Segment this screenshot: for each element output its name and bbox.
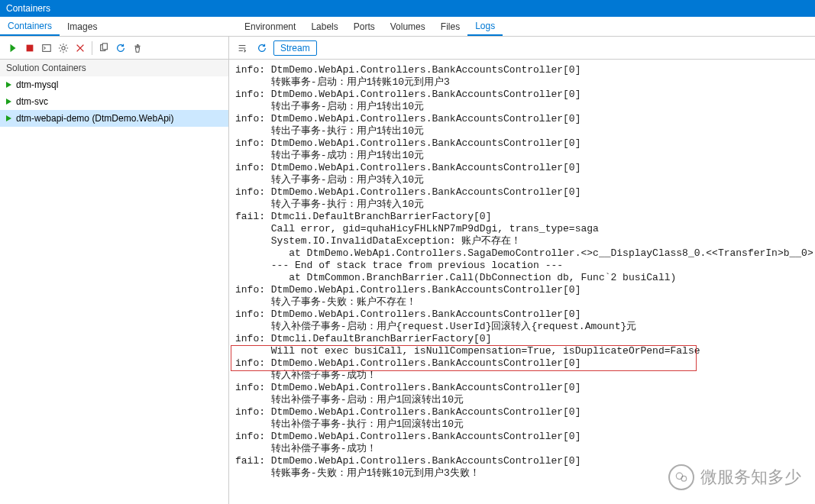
svg-rect-1 (27, 44, 34, 51)
tab-files[interactable]: Files (433, 17, 467, 36)
tab-ports[interactable]: Ports (346, 17, 383, 36)
stop-icon[interactable] (21, 40, 38, 57)
logs-toolbar: Stream (229, 37, 815, 60)
svg-point-3 (62, 46, 65, 49)
tab-volumes[interactable]: Volumes (383, 17, 433, 36)
separator (92, 41, 92, 55)
running-icon (6, 99, 11, 105)
window-title: Containers (6, 3, 50, 14)
container-item-dtm-mysql[interactable]: dtm-mysql (0, 76, 228, 93)
tab-label: Files (441, 21, 460, 32)
tabs-row: Containers Images Environment Labels Por… (0, 17, 815, 37)
stream-button[interactable]: Stream (273, 40, 317, 56)
container-list: dtm-mysql dtm-svc dtm-webapi-demo (DtmDe… (0, 76, 228, 504)
container-item-dtm-webapi-demo[interactable]: dtm-webapi-demo (DtmDemo.WebApi) (0, 110, 228, 127)
svg-marker-0 (11, 44, 16, 52)
containers-toolbar (0, 37, 228, 60)
tab-label: Environment (244, 21, 296, 32)
refresh-icon[interactable] (112, 40, 129, 57)
delete-icon[interactable] (72, 40, 89, 57)
wrap-icon[interactable] (234, 40, 251, 57)
tab-logs[interactable]: Logs (467, 17, 503, 36)
right-pane: Stream info: DtmDemo.WebApi.Controllers.… (229, 37, 815, 504)
tab-environment[interactable]: Environment (237, 17, 303, 36)
tab-containers[interactable]: Containers (0, 17, 60, 36)
svg-rect-5 (102, 43, 107, 49)
window-titlebar: Containers (0, 0, 815, 17)
running-icon (6, 115, 11, 121)
tab-label: Containers (8, 21, 52, 31)
log-output[interactable]: info: DtmDemo.WebApi.Controllers.BankAcc… (229, 60, 815, 504)
left-pane: Solution Containers dtm-mysql dtm-svc dt… (0, 37, 229, 504)
tab-label: Volumes (390, 21, 425, 32)
container-label: dtm-webapi-demo (DtmDemo.WebApi) (16, 113, 174, 124)
container-label: dtm-svc (16, 96, 48, 107)
tab-label: Logs (475, 21, 495, 31)
svg-rect-2 (43, 44, 51, 51)
settings-icon[interactable] (55, 40, 72, 57)
tab-label: Images (67, 21, 97, 32)
container-item-dtm-svc[interactable]: dtm-svc (0, 93, 228, 110)
refresh-logs-icon[interactable] (254, 40, 270, 57)
play-icon[interactable] (5, 40, 21, 57)
copy-icon[interactable] (95, 40, 112, 57)
tab-images[interactable]: Images (60, 17, 105, 36)
tab-label: Ports (354, 21, 375, 32)
tab-label: Labels (311, 21, 338, 32)
running-icon (6, 82, 11, 88)
prune-icon[interactable] (129, 40, 146, 57)
section-header: Solution Containers (0, 60, 228, 76)
terminal-icon[interactable] (38, 40, 55, 57)
container-label: dtm-mysql (16, 79, 58, 90)
log-text: info: DtmDemo.WebApi.Controllers.BankAcc… (235, 64, 813, 479)
tab-labels[interactable]: Labels (303, 17, 345, 36)
